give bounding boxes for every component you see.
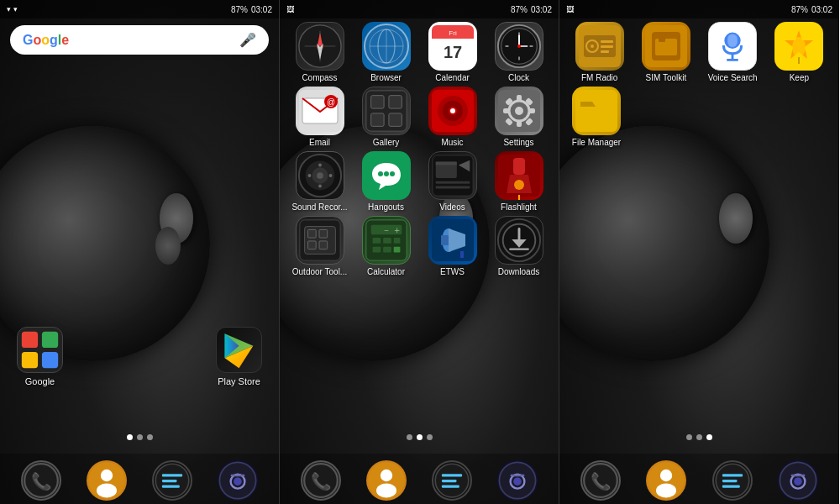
dock-phone-3[interactable]: 📞 xyxy=(580,460,621,501)
app-clock[interactable]: Clock xyxy=(489,22,549,83)
svg-rect-99 xyxy=(319,241,328,249)
dock-contacts[interactable] xyxy=(87,460,127,501)
app-outdoor[interactable]: Outdoor Tool... xyxy=(290,216,350,277)
playstore-app-label: Play Store xyxy=(218,376,260,386)
dock-messages-3[interactable] xyxy=(712,460,753,501)
dock-messages-2[interactable] xyxy=(432,460,472,501)
gallery-label: Gallery xyxy=(373,138,400,148)
downloads-icon xyxy=(495,216,543,265)
dock-camera-3[interactable] xyxy=(778,460,818,501)
filemanager-icon xyxy=(572,87,621,135)
camera-icon-2 xyxy=(497,460,538,501)
phone-icon-3: 📞 xyxy=(580,460,621,501)
svg-point-157 xyxy=(660,470,672,481)
dock-camera[interactable] xyxy=(218,460,258,501)
svg-rect-52 xyxy=(388,96,401,108)
phone-icon: 📞 xyxy=(21,460,61,501)
videos-label: Videos xyxy=(439,202,465,213)
svg-rect-88 xyxy=(435,186,470,189)
svg-rect-98 xyxy=(307,241,316,249)
dot-3 xyxy=(147,434,153,440)
app-simtoolkit[interactable]: SIM Toolkit xyxy=(636,22,696,83)
dot-1b xyxy=(407,434,412,440)
app-calendar[interactable]: 17 Fri Calendar xyxy=(423,22,483,83)
google-grid-svg xyxy=(18,328,62,372)
app-flashlight[interactable]: Flashlight xyxy=(489,151,549,213)
svg-point-76 xyxy=(328,174,332,177)
dock-contacts-2[interactable] xyxy=(366,460,407,501)
dock-messages[interactable] xyxy=(152,460,192,501)
svg-rect-3 xyxy=(42,352,58,368)
svg-rect-65 xyxy=(503,108,510,113)
status-bar-2: 🖼 87% 03:02 xyxy=(280,0,559,18)
page-dots-1 xyxy=(0,429,279,445)
dock-camera-2[interactable] xyxy=(497,460,538,501)
app-filemanager[interactable]: File Manager xyxy=(566,87,627,148)
clock-icon xyxy=(495,22,543,71)
app-soundrec[interactable]: Sound Recor... xyxy=(290,151,350,213)
playstore-app-icon xyxy=(216,327,262,373)
dock-phone[interactable]: 📞 xyxy=(21,460,61,501)
svg-rect-128 xyxy=(442,486,459,488)
calculator-icon: + − xyxy=(362,216,411,265)
app-row-2: @ Email Gallery xyxy=(286,87,552,148)
dot-2 xyxy=(137,434,143,440)
svg-point-45 xyxy=(517,45,521,48)
svg-rect-126 xyxy=(442,474,462,476)
app-settings[interactable]: Settings xyxy=(489,87,549,148)
svg-point-62 xyxy=(515,107,523,115)
app-row-4: Outdoor Tool... + − xyxy=(286,216,552,277)
dock-phone-2[interactable]: 📞 xyxy=(301,460,341,501)
app-voicesearch[interactable]: Voice Search xyxy=(702,22,763,83)
home-app-playstore[interactable]: Play Store xyxy=(216,327,262,386)
simtoolkit-label: SIM Toolkit xyxy=(646,73,687,83)
home-apps-row: Google xyxy=(0,327,279,386)
clock-label: Clock xyxy=(508,73,529,83)
svg-rect-51 xyxy=(370,96,383,108)
app-downloads[interactable]: Downloads xyxy=(489,216,549,277)
app-hangouts[interactable]: Hangouts xyxy=(356,151,417,213)
svg-point-124 xyxy=(376,484,396,498)
svg-rect-132 xyxy=(511,475,525,476)
svg-rect-53 xyxy=(370,113,383,126)
app-email[interactable]: @ Email xyxy=(290,87,350,148)
app-music[interactable]: Music xyxy=(423,87,483,148)
app-row-3-1: FM Radio SIM Toolkit xyxy=(566,22,832,83)
google-search-bar[interactable]: Google 🎤 xyxy=(10,25,269,55)
app-browser[interactable]: Browser xyxy=(356,22,417,83)
mic-icon[interactable]: 🎤 xyxy=(239,32,256,48)
soundrec-label: Sound Recor... xyxy=(291,202,347,213)
app-compass[interactable]: Compass xyxy=(290,22,350,83)
dot-2c xyxy=(696,434,702,440)
status-bar-left: ▾ ▾ xyxy=(7,5,18,13)
notif-icon-3: 🖼 xyxy=(566,5,574,13)
home-app-google[interactable]: Google xyxy=(17,327,63,386)
dock-1: 📞 xyxy=(0,454,279,504)
svg-text:📞: 📞 xyxy=(311,471,332,491)
app-etws[interactable]: ETWS xyxy=(423,216,483,277)
app-calculator[interactable]: + − Calculator xyxy=(356,216,417,277)
app-videos[interactable]: Videos xyxy=(423,151,483,213)
dock-contacts-3[interactable] xyxy=(646,460,686,501)
app-keep[interactable]: Keep xyxy=(769,22,829,83)
videos-icon xyxy=(428,151,477,200)
hangouts-icon xyxy=(362,151,411,200)
app-fmradio[interactable]: FM Radio xyxy=(570,22,630,83)
flashlight-icon xyxy=(495,151,543,200)
etws-label: ETWS xyxy=(440,267,465,277)
keep-icon xyxy=(774,22,823,71)
camera-icon-3 xyxy=(778,460,818,501)
svg-rect-137 xyxy=(601,40,613,43)
gallery-icon xyxy=(362,87,411,135)
screen1-content: Google 🎤 xyxy=(0,18,279,68)
time-display: 03:02 xyxy=(251,5,272,14)
phone-icon-2: 📞 xyxy=(301,460,341,501)
compass-icon xyxy=(296,22,344,71)
svg-text:17: 17 xyxy=(443,43,461,61)
svg-point-81 xyxy=(384,171,389,176)
phone-screen-2: 🖼 87% 03:02 Compass xyxy=(280,0,559,504)
messages-icon-3 xyxy=(712,460,753,501)
svg-rect-160 xyxy=(722,474,743,476)
app-gallery[interactable]: Gallery xyxy=(356,87,417,148)
svg-point-92 xyxy=(514,180,524,190)
